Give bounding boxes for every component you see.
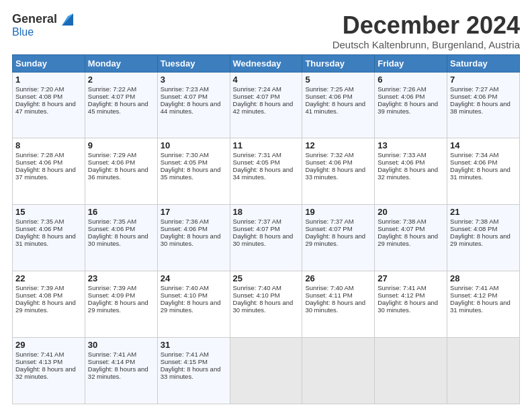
sunrise-label: Sunrise: 7:41 AM <box>161 351 209 358</box>
sunset-label: Sunset: 4:11 PM <box>305 291 352 299</box>
day-cell: 12Sunrise: 7:32 AMSunset: 4:06 PMDayligh… <box>302 138 375 205</box>
sunset-label: Sunset: 4:07 PM <box>305 225 352 232</box>
day-number: 6 <box>378 75 444 85</box>
daylight-label: Daylight: 8 hours and 29 minutes. <box>15 299 76 314</box>
sunset-label: Sunset: 4:05 PM <box>161 158 208 166</box>
day-number: 29 <box>15 340 82 350</box>
day-cell: 4Sunrise: 7:24 AMSunset: 4:07 PMDaylight… <box>230 72 302 138</box>
daylight-label: Daylight: 8 hours and 47 minutes. <box>15 100 76 115</box>
calendar-table: SundayMondayTuesdayWednesdayThursdayFrid… <box>12 54 520 404</box>
day-number: 13 <box>378 140 444 150</box>
day-cell: 21Sunrise: 7:38 AMSunset: 4:08 PMDayligh… <box>447 205 520 271</box>
day-cell: 19Sunrise: 7:37 AMSunset: 4:07 PMDayligh… <box>302 205 375 271</box>
sunrise-label: Sunrise: 7:26 AM <box>378 85 426 93</box>
day-cell: 3Sunrise: 7:23 AMSunset: 4:07 PMDaylight… <box>157 72 230 138</box>
day-cell <box>447 338 520 404</box>
sunset-label: Sunset: 4:05 PM <box>233 158 280 166</box>
sunset-label: Sunset: 4:07 PM <box>233 93 280 100</box>
sunset-label: Sunset: 4:12 PM <box>450 291 497 299</box>
day-cell: 23Sunrise: 7:39 AMSunset: 4:09 PMDayligh… <box>85 271 157 338</box>
daylight-label: Daylight: 8 hours and 44 minutes. <box>161 100 221 115</box>
sunrise-label: Sunrise: 7:23 AM <box>161 85 209 93</box>
sunrise-label: Sunrise: 7:40 AM <box>161 284 209 291</box>
day-cell: 30Sunrise: 7:41 AMSunset: 4:14 PMDayligh… <box>85 338 157 404</box>
daylight-label: Daylight: 8 hours and 45 minutes. <box>88 100 148 115</box>
sunset-label: Sunset: 4:06 PM <box>305 93 352 100</box>
week-row-3: 15Sunrise: 7:35 AMSunset: 4:06 PMDayligh… <box>13 205 520 271</box>
day-number: 8 <box>15 140 82 150</box>
day-number: 11 <box>233 140 300 150</box>
sunrise-label: Sunrise: 7:29 AM <box>88 151 136 158</box>
day-number: 22 <box>15 273 82 283</box>
daylight-label: Daylight: 8 hours and 36 minutes. <box>88 166 148 181</box>
day-number: 20 <box>378 207 444 217</box>
sunrise-label: Sunrise: 7:41 AM <box>450 284 498 291</box>
sunrise-label: Sunrise: 7:22 AM <box>88 85 136 93</box>
sunset-label: Sunset: 4:06 PM <box>378 158 425 166</box>
day-number: 28 <box>450 273 517 283</box>
logo: General Blue <box>12 12 73 38</box>
day-number: 3 <box>161 75 227 85</box>
day-number: 17 <box>161 207 227 217</box>
sunset-label: Sunset: 4:06 PM <box>305 158 352 166</box>
sunset-label: Sunset: 4:14 PM <box>88 358 135 365</box>
daylight-label: Daylight: 8 hours and 34 minutes. <box>233 166 294 181</box>
daylight-label: Daylight: 8 hours and 30 minutes. <box>378 299 438 314</box>
header: General Blue December 2024 Deutsch Kalte… <box>12 12 520 50</box>
sunset-label: Sunset: 4:08 PM <box>450 225 497 232</box>
sunrise-label: Sunrise: 7:31 AM <box>233 151 281 158</box>
day-cell: 2Sunrise: 7:22 AMSunset: 4:07 PMDaylight… <box>85 72 157 138</box>
sunrise-label: Sunrise: 7:28 AM <box>15 151 64 158</box>
sunset-label: Sunset: 4:09 PM <box>88 291 135 299</box>
day-cell: 13Sunrise: 7:33 AMSunset: 4:06 PMDayligh… <box>375 138 447 205</box>
day-cell: 15Sunrise: 7:35 AMSunset: 4:06 PMDayligh… <box>13 205 85 271</box>
day-cell: 16Sunrise: 7:35 AMSunset: 4:06 PMDayligh… <box>85 205 157 271</box>
col-header-sunday: Sunday <box>13 54 85 72</box>
header-row: SundayMondayTuesdayWednesdayThursdayFrid… <box>13 54 520 72</box>
day-number: 31 <box>161 340 227 350</box>
col-header-saturday: Saturday <box>447 54 520 72</box>
daylight-label: Daylight: 8 hours and 42 minutes. <box>233 100 294 115</box>
day-cell: 26Sunrise: 7:40 AMSunset: 4:11 PMDayligh… <box>302 271 375 338</box>
daylight-label: Daylight: 8 hours and 37 minutes. <box>15 166 76 181</box>
day-number: 24 <box>161 273 227 283</box>
day-cell: 22Sunrise: 7:39 AMSunset: 4:08 PMDayligh… <box>13 271 85 338</box>
daylight-label: Daylight: 8 hours and 33 minutes. <box>305 166 365 181</box>
week-row-4: 22Sunrise: 7:39 AMSunset: 4:08 PMDayligh… <box>13 271 520 338</box>
sunrise-label: Sunrise: 7:40 AM <box>305 284 353 291</box>
day-number: 30 <box>88 340 154 350</box>
sunset-label: Sunset: 4:08 PM <box>15 93 62 100</box>
daylight-label: Daylight: 8 hours and 32 minutes. <box>378 166 438 181</box>
day-cell: 28Sunrise: 7:41 AMSunset: 4:12 PMDayligh… <box>447 271 520 338</box>
day-cell: 8Sunrise: 7:28 AMSunset: 4:06 PMDaylight… <box>13 138 85 205</box>
col-header-wednesday: Wednesday <box>230 54 302 72</box>
col-header-friday: Friday <box>375 54 447 72</box>
daylight-label: Daylight: 8 hours and 32 minutes. <box>15 365 76 380</box>
logo-blue: Blue <box>12 26 34 38</box>
sunset-label: Sunset: 4:07 PM <box>233 225 280 232</box>
daylight-label: Daylight: 8 hours and 29 minutes. <box>378 232 438 247</box>
day-cell: 20Sunrise: 7:38 AMSunset: 4:07 PMDayligh… <box>375 205 447 271</box>
sunrise-label: Sunrise: 7:38 AM <box>450 218 498 225</box>
daylight-label: Daylight: 8 hours and 41 minutes. <box>305 100 365 115</box>
sunset-label: Sunset: 4:15 PM <box>161 358 208 365</box>
day-number: 5 <box>305 75 371 85</box>
sunrise-label: Sunrise: 7:36 AM <box>161 218 209 225</box>
day-number: 2 <box>88 75 154 85</box>
logo-general: General <box>12 12 57 26</box>
sunset-label: Sunset: 4:10 PM <box>161 291 208 299</box>
daylight-label: Daylight: 8 hours and 29 minutes. <box>305 232 365 247</box>
daylight-label: Daylight: 8 hours and 39 minutes. <box>378 100 438 115</box>
sunrise-label: Sunrise: 7:37 AM <box>233 218 281 225</box>
day-cell: 10Sunrise: 7:30 AMSunset: 4:05 PMDayligh… <box>157 138 230 205</box>
day-cell: 18Sunrise: 7:37 AMSunset: 4:07 PMDayligh… <box>230 205 302 271</box>
sunrise-label: Sunrise: 7:35 AM <box>15 218 64 225</box>
day-cell: 31Sunrise: 7:41 AMSunset: 4:15 PMDayligh… <box>157 338 230 404</box>
day-cell: 11Sunrise: 7:31 AMSunset: 4:05 PMDayligh… <box>230 138 302 205</box>
day-number: 26 <box>305 273 371 283</box>
day-cell: 27Sunrise: 7:41 AMSunset: 4:12 PMDayligh… <box>375 271 447 338</box>
day-number: 15 <box>15 207 82 217</box>
sunset-label: Sunset: 4:13 PM <box>15 358 62 365</box>
daylight-label: Daylight: 8 hours and 29 minutes. <box>450 232 511 247</box>
day-cell: 29Sunrise: 7:41 AMSunset: 4:13 PMDayligh… <box>13 338 85 404</box>
